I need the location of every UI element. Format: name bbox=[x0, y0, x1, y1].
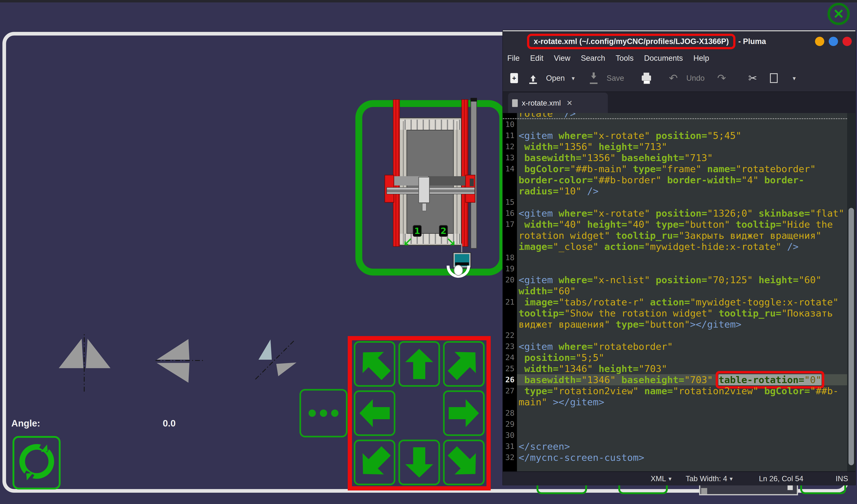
annotation-title-box: x-rotate.xml (~/.config/myCNC/profiles/L… bbox=[527, 34, 736, 49]
menu-search[interactable]: Search bbox=[581, 54, 605, 63]
mirror-x-button[interactable] bbox=[56, 333, 109, 394]
code-row: 26 basewidth="1346" baseheight="703" tab… bbox=[503, 374, 847, 385]
language-selector[interactable]: XML ▾ bbox=[651, 474, 671, 483]
tabbar: x-rotate.xml ✕ bbox=[503, 91, 855, 114]
toolbar: + Open ▾ Save ↶ Undo ↷ ✂ ▾ bbox=[503, 65, 855, 91]
close-button[interactable] bbox=[842, 37, 852, 46]
code-row: 30 bbox=[503, 430, 847, 441]
rotate-pad-button-e[interactable] bbox=[443, 390, 485, 436]
arrow-se-icon bbox=[441, 439, 487, 485]
spindle-nozzle bbox=[422, 203, 426, 211]
save-label[interactable]: Save bbox=[607, 74, 624, 83]
machine-rail-right bbox=[461, 99, 468, 247]
minimize-button[interactable] bbox=[815, 37, 824, 46]
mirror-y-top-triangle bbox=[157, 339, 189, 360]
print-icon bbox=[642, 75, 651, 81]
new-document-icon: + bbox=[510, 73, 518, 83]
menu-view[interactable]: View bbox=[554, 54, 570, 63]
machine-rail-left bbox=[393, 99, 400, 247]
rotate-pad-button-s[interactable] bbox=[399, 440, 440, 485]
dot-icon bbox=[331, 410, 338, 417]
hidden-scrollbar-corner bbox=[788, 485, 793, 490]
open-button[interactable] bbox=[527, 71, 539, 85]
arrow-ne-icon bbox=[441, 341, 487, 387]
toolbar-overflow-caret-icon[interactable]: ▾ bbox=[793, 75, 796, 82]
rotate-pad-button-se[interactable] bbox=[443, 440, 485, 485]
arrow-w-icon bbox=[359, 398, 390, 428]
undo-button[interactable]: ↶ bbox=[667, 71, 679, 85]
tab-x-rotate-xml[interactable]: x-rotate.xml ✕ bbox=[508, 93, 608, 114]
copy-button[interactable] bbox=[768, 71, 780, 85]
arrow-sw-icon bbox=[351, 439, 398, 485]
redo-button[interactable]: ↷ bbox=[716, 71, 728, 85]
print-button[interactable] bbox=[640, 71, 653, 85]
code-row: 21 image="tabs/rotate-r" action="mywidge… bbox=[503, 296, 847, 308]
dot-icon bbox=[320, 410, 327, 417]
editor-scrollbar[interactable] bbox=[847, 113, 855, 471]
more-options-button[interactable] bbox=[300, 389, 348, 437]
hidden-button-fragment bbox=[800, 484, 846, 494]
code-row: border-color="##b-border" border-width="… bbox=[503, 174, 847, 186]
code-row: 10 bbox=[503, 119, 847, 130]
rotate-pad-button-sw[interactable] bbox=[354, 440, 396, 485]
mirror-x-right-triangle bbox=[86, 339, 111, 368]
rotate-pad-button-w[interactable] bbox=[354, 390, 396, 436]
titlebar[interactable]: x-rotate.xml (~/.config/myCNC/profiles/L… bbox=[503, 31, 855, 51]
table-corner-label-1: 1 bbox=[413, 225, 422, 237]
code-row: radius="10" /> bbox=[503, 186, 847, 196]
code-row: width="60" bbox=[503, 285, 847, 296]
code-row: 24 position="5;5" bbox=[503, 352, 847, 363]
menu-help[interactable]: Help bbox=[693, 54, 709, 63]
code-row: 29 bbox=[503, 419, 847, 430]
open-dropdown-caret-icon[interactable]: ▾ bbox=[572, 75, 575, 82]
code-row: tooltip="Show the rotation widget" toolt… bbox=[503, 308, 847, 319]
annotation-selection-box: table-rotation="0" bbox=[719, 374, 821, 385]
save-button[interactable] bbox=[588, 71, 600, 85]
dot-icon bbox=[308, 410, 316, 417]
code-row: 22 bbox=[503, 330, 847, 341]
rotate-pad-button-nw[interactable] bbox=[354, 341, 396, 387]
widget-close-button[interactable]: ✕ bbox=[827, 3, 850, 25]
window-title-suffix: - Pluma bbox=[738, 37, 766, 46]
mirror-y-bottom-triangle bbox=[157, 363, 189, 383]
menu-edit[interactable]: Edit bbox=[530, 54, 543, 63]
machine-side-rail bbox=[471, 98, 477, 249]
open-label[interactable]: Open bbox=[546, 74, 565, 83]
rotate-pad-button-ne[interactable] bbox=[443, 341, 485, 387]
operator-person-head bbox=[454, 265, 463, 276]
menu-file[interactable]: File bbox=[507, 54, 520, 63]
code-row: 27 type="rotation2view" name="rotation2v… bbox=[503, 385, 847, 396]
tab-width-selector[interactable]: Tab Width: 4 ▾ bbox=[686, 474, 733, 483]
menu-documents[interactable]: Documents bbox=[644, 54, 683, 63]
scrollbar-thumb[interactable] bbox=[848, 208, 854, 465]
language-caret-icon: ▾ bbox=[668, 475, 671, 482]
close-x-icon: ✕ bbox=[833, 6, 844, 22]
code-row: main" ></gitem> bbox=[503, 396, 847, 407]
spindle-carriage bbox=[418, 177, 430, 203]
maximize-button[interactable] bbox=[829, 37, 838, 46]
code-row: 11<gitem where="x-rotate" position="5;45… bbox=[503, 130, 847, 141]
mirror-xy-button[interactable] bbox=[252, 335, 301, 387]
code-row: 25 width="1346" height="703" bbox=[503, 363, 847, 374]
side-rail-block bbox=[470, 179, 474, 186]
mirror-y-button[interactable] bbox=[155, 337, 205, 385]
code-row: 17 width="40" height="40" type="button" … bbox=[503, 219, 847, 230]
hidden-button-fragment bbox=[618, 484, 668, 494]
mirror-xy-top-triangle bbox=[258, 340, 272, 360]
code-row: 15 bbox=[503, 196, 847, 208]
mirror-y-axis-line bbox=[155, 360, 204, 361]
arrow-s-icon bbox=[404, 447, 434, 477]
menu-tools[interactable]: Tools bbox=[616, 54, 634, 63]
undo-label[interactable]: Undo bbox=[686, 74, 705, 83]
machine-side-rail-cap bbox=[471, 98, 477, 102]
rotate-pad-button-n[interactable] bbox=[399, 341, 440, 387]
text-editor-area[interactable]: rotate" />1011<gitem where="x-rotate" po… bbox=[503, 113, 847, 471]
mirror-xy-axis-line bbox=[255, 341, 294, 380]
code-row: 13 basewidth="1356" baseheight="713" bbox=[503, 152, 847, 163]
menubar: FileEditViewSearchToolsDocumentsHelp bbox=[503, 51, 855, 65]
tab-close-icon[interactable]: ✕ bbox=[567, 99, 572, 107]
cut-button[interactable]: ✂ bbox=[747, 71, 759, 85]
new-document-button[interactable]: + bbox=[508, 71, 520, 85]
code-row: 31</screen> bbox=[503, 441, 847, 452]
cut-icon: ✂ bbox=[749, 72, 757, 84]
